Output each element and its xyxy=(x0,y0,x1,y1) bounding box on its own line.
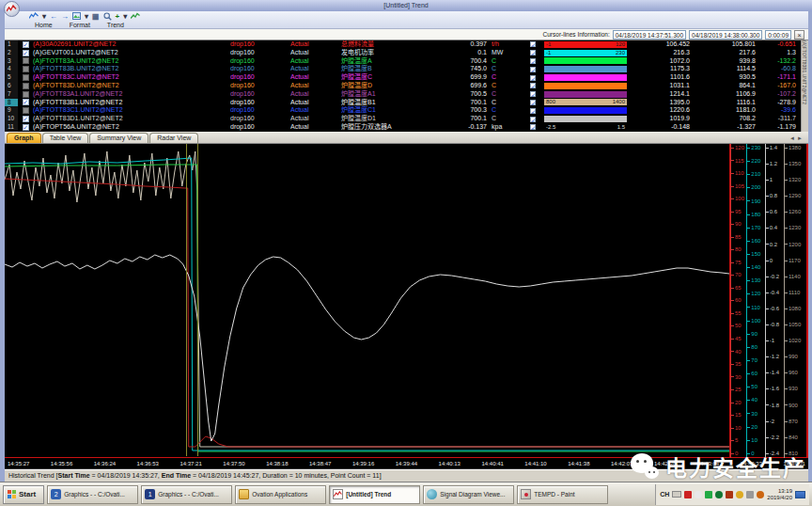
taskbar-clock[interactable]: 13:19 2019/4/20 xyxy=(767,488,792,501)
taskbar-task[interactable]: Ovation Applications xyxy=(235,485,326,504)
tab-summary-view[interactable]: Summary View xyxy=(89,133,148,143)
visibility-checkbox[interactable]: ✓ xyxy=(18,124,33,131)
scale-checkbox[interactable]: ✓ xyxy=(523,75,542,81)
taskbar-task[interactable]: Signal Diagram Viewe... xyxy=(423,485,514,504)
table-row[interactable]: 10✓(A)FTOTT83D1.UNIT2@NET2drop160Actual炉… xyxy=(5,115,801,123)
row-number[interactable]: 2 xyxy=(5,49,18,57)
row-number[interactable]: 1 xyxy=(5,40,18,49)
dropdown-caret-icon[interactable]: ▾ xyxy=(123,12,127,21)
tab-graph[interactable]: Graph xyxy=(7,133,41,143)
plot-area[interactable] xyxy=(5,144,729,458)
scale-checkbox[interactable]: ✓ xyxy=(523,41,542,47)
scale-checkbox[interactable]: ✓ xyxy=(523,108,542,114)
signal-name[interactable]: (A)FTOTT83C1.UNIT2@NET2 xyxy=(33,106,230,115)
row-number[interactable]: 10 xyxy=(5,115,18,123)
table-row[interactable]: 6(A)FTOTT83D.UNIT2@NET2drop160Actual炉膛温度… xyxy=(5,82,801,90)
cursor-line-2[interactable] xyxy=(197,144,198,456)
visibility-checkbox[interactable]: ✓ xyxy=(18,116,33,122)
taskbar-task[interactable]: 2Graphics - - C:/Ovati... xyxy=(47,485,138,504)
tray-icon-green[interactable] xyxy=(705,491,712,498)
signal-name[interactable]: (A)30A02691.UNIT2@NET2 xyxy=(33,40,230,49)
scale-band[interactable] xyxy=(542,91,629,98)
scale-band[interactable]: -1120 xyxy=(542,41,629,48)
tray-icon-darkgreen[interactable] xyxy=(715,491,723,498)
tray-icon-yellow[interactable] xyxy=(736,491,743,498)
scale-checkbox[interactable]: ✓ xyxy=(523,83,542,88)
row-number[interactable]: 5 xyxy=(5,73,18,82)
scale-band[interactable] xyxy=(542,107,629,114)
row-number[interactable]: 8 xyxy=(5,99,18,107)
menu-trend[interactable]: Trend xyxy=(107,22,124,28)
signal-name[interactable]: (A)FTOTT83B1.UNIT2@NET2 xyxy=(33,99,230,107)
dropdown-caret-icon[interactable]: ▾ xyxy=(85,12,88,21)
trend-chart-icon[interactable] xyxy=(29,12,39,20)
start-button[interactable]: Start xyxy=(3,485,44,504)
cursor-line-1[interactable] xyxy=(186,144,187,456)
dropdown-caret-icon[interactable]: ▾ xyxy=(42,12,46,21)
scale-checkbox[interactable]: ✓ xyxy=(523,58,542,64)
add-trace-icon[interactable]: + xyxy=(116,12,120,21)
visibility-checkbox[interactable] xyxy=(18,66,33,72)
tab-scroll-arrows[interactable]: ◄► xyxy=(789,135,804,141)
signal-name[interactable]: (A)GEVJT001.UNIT2@NET2 xyxy=(33,49,230,57)
signal-name[interactable]: (A)FTOTT83A.UNIT2@NET2 xyxy=(33,57,230,66)
signal-name[interactable]: (A)FTOPT56A.UNIT2@NET2 xyxy=(33,123,230,132)
tray-icon-red[interactable] xyxy=(684,491,692,498)
row-number[interactable]: 3 xyxy=(5,57,18,66)
tab-scroll-right-icon[interactable]: ► xyxy=(797,135,804,141)
cursor-info-close-icon[interactable]: × xyxy=(794,30,804,40)
grid-view-icon[interactable]: ▦ xyxy=(92,12,100,21)
taskbar-task[interactable]: [Untitled] Trend xyxy=(329,485,420,504)
menu-format[interactable]: Format xyxy=(70,22,90,28)
tab-scroll-left-icon[interactable]: ◄ xyxy=(789,135,797,141)
visibility-checkbox[interactable] xyxy=(18,83,33,89)
scale-band[interactable] xyxy=(542,74,629,81)
scale-checkbox[interactable]: ✓ xyxy=(523,50,542,55)
scale-band[interactable]: 8001400 xyxy=(542,99,629,105)
signal-name[interactable]: (A)FTOTT83B.UNIT2@NET2 xyxy=(33,65,230,73)
table-row[interactable]: 5(A)FTOTT83C.UNIT2@NET2drop160Actual炉膛温度… xyxy=(5,73,801,82)
flag-icon[interactable] xyxy=(795,491,805,498)
sparkline-icon[interactable] xyxy=(131,12,140,20)
table-row[interactable]: 4(A)FTOTT83B.UNIT2@NET2drop160Actual炉膛温度… xyxy=(5,65,801,73)
cursor2-time-box[interactable]: 04/18/2019 14:38:00.300 xyxy=(689,30,762,40)
scale-band[interactable]: -2.51.5 xyxy=(542,124,629,131)
row-number[interactable]: 4 xyxy=(5,65,18,73)
scale-checkbox[interactable]: ✓ xyxy=(523,117,542,122)
table-row[interactable]: 7(A)FTOTT83A1.UNIT2@NET2drop160Actual炉膛温… xyxy=(5,90,801,99)
taskbar-task[interactable]: 1Graphics - - C:/Ovati... xyxy=(141,485,232,504)
keyboard-icon[interactable] xyxy=(672,491,681,498)
row-number[interactable]: 11 xyxy=(5,123,18,132)
scale-checkbox[interactable]: ✓ xyxy=(523,100,542,105)
tab-radar-view[interactable]: Radar View xyxy=(149,133,198,143)
row-number[interactable]: 6 xyxy=(5,82,18,90)
visibility-checkbox[interactable] xyxy=(18,74,33,81)
signal-name[interactable]: (A)FTOTT83A1.UNIT2@NET2 xyxy=(33,90,230,99)
table-row[interactable]: 9(A)FTOTT83C1.UNIT2@NET2drop160Actual炉膛温… xyxy=(5,106,801,115)
visibility-checkbox[interactable] xyxy=(18,91,33,98)
forward-icon[interactable]: → xyxy=(61,12,69,21)
menu-home[interactable]: Home xyxy=(35,22,53,28)
back-icon[interactable]: ← xyxy=(50,12,57,21)
scale-checkbox[interactable]: ✓ xyxy=(523,67,542,72)
scale-band[interactable] xyxy=(542,116,629,122)
export-image-icon[interactable] xyxy=(72,12,81,20)
visibility-checkbox[interactable] xyxy=(18,107,33,114)
scale-checkbox[interactable]: ✓ xyxy=(523,91,542,97)
language-indicator[interactable]: CH xyxy=(660,491,669,498)
tray-icon-orange[interactable] xyxy=(757,491,764,498)
row-number[interactable]: 9 xyxy=(5,106,18,115)
visibility-checkbox[interactable]: ✓ xyxy=(18,41,33,48)
tray-icon-gray[interactable] xyxy=(746,491,754,498)
signal-name[interactable]: (A)FTOTT83D1.UNIT2@NET2 xyxy=(33,115,230,123)
app-menu-button[interactable] xyxy=(4,1,20,17)
scale-checkbox[interactable]: ✓ xyxy=(523,124,542,130)
table-row[interactable]: 11✓(A)FTOPT56A.UNIT2@NET2drop160Actual炉膛… xyxy=(5,123,801,132)
scale-band[interactable]: -1230 xyxy=(542,50,629,56)
cursor1-time-box[interactable]: 04/18/2019 14:37:51.300 xyxy=(613,30,686,40)
scale-band[interactable] xyxy=(542,66,629,72)
table-row[interactable]: 3(A)FTOTT83A.UNIT2@NET2drop160Actual炉膛温度… xyxy=(5,57,801,66)
taskbar-task[interactable]: TEMPD - Paint xyxy=(517,485,608,504)
visibility-checkbox[interactable]: ✓ xyxy=(18,50,33,56)
signal-name[interactable]: (A)FTOTT83D.UNIT2@NET2 xyxy=(33,82,230,90)
